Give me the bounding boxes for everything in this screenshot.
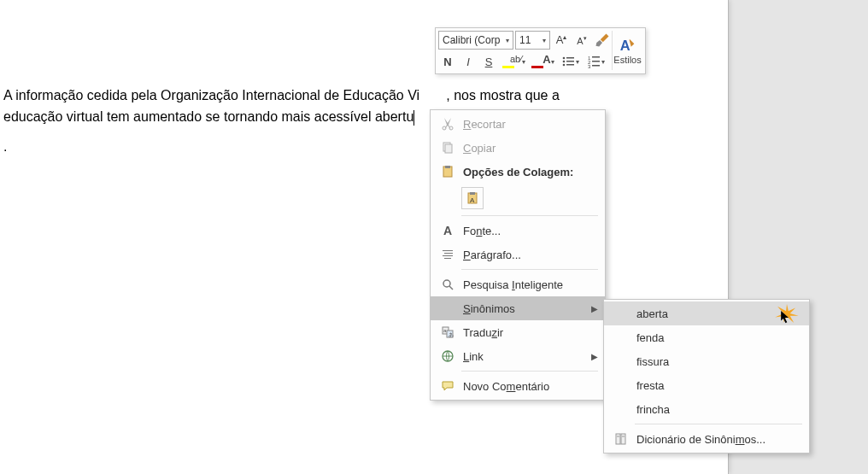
text-hidden-part: rtual [419, 88, 446, 102]
paste-options-row: A [431, 184, 605, 213]
copy-icon [437, 141, 458, 155]
font-size-value: 11 [519, 34, 531, 46]
chevron-down-icon: ▾ [601, 58, 605, 66]
menu-separator [635, 424, 802, 424]
grow-font-button[interactable]: A▴ [552, 31, 571, 50]
clipboard-text-icon: A [466, 191, 479, 205]
synonym-item-fenda[interactable]: fenda [604, 325, 809, 349]
paste-icon [437, 165, 458, 178]
menu-separator [461, 215, 598, 216]
menu-new-comment-label: Novo Comentário [458, 380, 598, 393]
menu-paragraph[interactable]: Parágrafo... [431, 243, 605, 266]
chevron-down-icon[interactable]: ▾ [551, 58, 554, 66]
menu-link-label: Link [458, 350, 591, 363]
synonym-item-frincha[interactable]: frincha [604, 397, 809, 421]
font-name-combo[interactable]: Calibri (Corp ▾ [438, 31, 513, 50]
svg-text:3: 3 [588, 64, 591, 68]
mini-toolbar: Calibri (Corp ▾ 11 ▾ A▴ A▾ N [435, 27, 646, 74]
styles-button[interactable]: A Estilos [612, 31, 642, 70]
synonyms-submenu: aberta fenda fissura fresta frincha Dici… [603, 299, 810, 454]
synonym-item-fresta[interactable]: fresta [604, 373, 809, 397]
menu-smart-lookup-label: Pesquisa Inteligente [458, 278, 598, 291]
link-icon [437, 349, 458, 363]
text-line-1a: A informação cedida pela Organização Int… [3, 88, 419, 102]
menu-smart-lookup[interactable]: Pesquisa Inteligente [431, 272, 605, 296]
menu-separator [461, 269, 598, 270]
font-dialog-icon: A [437, 224, 458, 237]
svg-point-2 [562, 61, 565, 63]
svg-rect-24 [443, 255, 453, 256]
font-color-swatch [531, 66, 543, 68]
menu-cut-label: Recortar [458, 118, 598, 131]
menu-cut[interactable]: Recortar [431, 112, 605, 136]
svg-point-4 [562, 64, 565, 67]
menu-link[interactable]: Link ▶ [431, 344, 605, 368]
font-name-value: Calibri (Corp [443, 34, 500, 46]
chevron-right-icon: ▶ [591, 304, 598, 313]
svg-point-0 [562, 57, 565, 60]
text-cursor [413, 110, 414, 126]
numbering-button[interactable]: 123 ▾ [584, 52, 607, 71]
svg-rect-34 [616, 434, 620, 444]
italic-button[interactable]: I [459, 52, 478, 71]
chevron-down-icon: ▾ [576, 58, 579, 66]
format-painter-button[interactable] [593, 31, 612, 50]
svg-line-27 [449, 286, 453, 290]
svg-rect-9 [592, 61, 600, 62]
svg-rect-11 [592, 65, 600, 67]
text-period: . [3, 139, 7, 155]
synonym-item-aberta[interactable]: aberta [604, 301, 809, 325]
synonym-label: fissura [631, 355, 802, 368]
menu-copy[interactable]: Copiar [431, 136, 605, 160]
translate-icon: aあ [437, 325, 458, 339]
search-icon [437, 278, 458, 291]
menu-copy-label: Copiar [458, 142, 598, 155]
styles-icon: A [619, 36, 637, 55]
menu-paste-options-header: Opções de Colagem: [431, 160, 605, 184]
highlight-color-swatch [502, 66, 514, 68]
svg-rect-20 [470, 192, 475, 195]
chevron-down-icon[interactable]: ▾ [522, 58, 525, 66]
svg-text:A: A [470, 196, 475, 204]
paste-keep-text-button[interactable]: A [461, 187, 484, 209]
svg-rect-7 [592, 56, 600, 58]
synonym-item-fissura[interactable]: fissura [604, 349, 809, 373]
numbering-icon: 123 [587, 55, 601, 68]
svg-rect-1 [566, 57, 574, 59]
underline-button[interactable]: S [479, 52, 498, 71]
menu-paragraph-label: Parágrafo... [458, 249, 598, 261]
svg-rect-25 [444, 258, 451, 259]
font-color-icon: A [542, 53, 550, 66]
chevron-down-icon: ▾ [506, 37, 509, 44]
cut-icon [437, 117, 458, 131]
menu-font-label: Fonte... [458, 225, 598, 237]
bold-button[interactable]: N [438, 52, 457, 71]
text-line-1b: , nos mostra que a [446, 88, 560, 102]
synonym-label: frincha [631, 403, 802, 416]
menu-paste-options-label: Opções de Colagem: [458, 166, 598, 178]
menu-thesaurus[interactable]: Dicionário de Sinônimos... [604, 427, 809, 451]
highlight-button[interactable]: ab⁄ ▾ [500, 52, 527, 71]
highlight-icon: ab⁄ [510, 54, 522, 64]
menu-translate[interactable]: aあ Traduzir [431, 320, 605, 344]
shrink-font-icon: A▾ [577, 35, 586, 46]
bullets-button[interactable]: ▾ [558, 52, 582, 71]
menu-translate-label: Traduzir [458, 326, 598, 339]
synonym-label: fresta [631, 379, 802, 392]
menu-thesaurus-label: Dicionário de Sinônimos... [631, 433, 802, 446]
comment-icon [437, 379, 458, 393]
shrink-font-button[interactable]: A▾ [572, 31, 591, 50]
menu-synonyms[interactable]: Sinônimos ▶ [431, 296, 605, 320]
menu-new-comment[interactable]: Novo Comentário [431, 374, 605, 398]
menu-synonyms-label: Sinônimos [458, 302, 591, 315]
thesaurus-icon [611, 432, 631, 446]
chevron-right-icon: ▶ [591, 352, 598, 361]
svg-rect-18 [445, 166, 450, 168]
bullets-icon [561, 55, 575, 68]
font-color-button[interactable]: A ▾ [529, 52, 556, 71]
svg-rect-3 [566, 61, 574, 62]
document-body-text[interactable]: A informação cedida pela Organização Int… [3, 85, 721, 127]
menu-font[interactable]: A Fonte... [431, 219, 605, 243]
cursor-icon [781, 311, 790, 325]
font-size-combo[interactable]: 11 ▾ [515, 31, 550, 50]
